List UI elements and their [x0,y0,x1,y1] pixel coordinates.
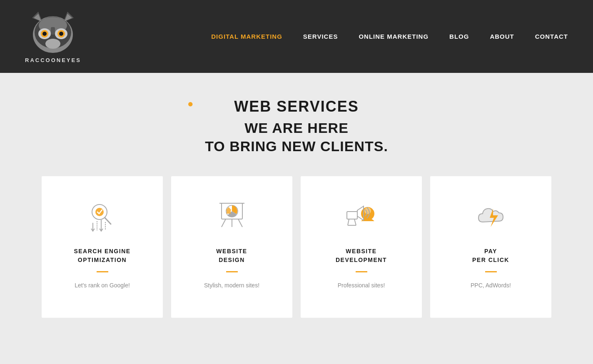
logo-text: RACCOONEYES [25,57,81,63]
svg-rect-15 [51,27,55,35]
svg-rect-33 [347,212,357,219]
card-development-title: WEBSITE DEVELOPMENT [336,247,387,264]
svg-point-11 [42,32,47,36]
nav-item-services[interactable]: SERVICES [303,33,338,40]
section-headline: WE ARE HERE TO BRING NEW CLIENTS. [42,119,551,155]
card-seo-title: SEARCH ENGINE OPTIMIZATION [74,247,130,264]
card-seo: SEARCH ENGINE OPTIMIZATION Let's rank on… [42,176,163,318]
seo-icon [84,197,121,234]
development-icon [343,197,380,234]
svg-point-18 [95,208,104,216]
section-label: WEB SERVICES [42,98,551,115]
card-development-divider [356,271,367,272]
card-seo-divider [97,271,108,272]
card-ppc-desc: PPC, AdWords! [471,281,511,290]
nav-item-digital-marketing[interactable]: DIGITAL MARKETING [211,33,282,40]
svg-line-28 [222,219,226,227]
svg-rect-26 [227,210,231,214]
orange-dot-icon: ● [187,98,194,110]
logo-icon [28,10,78,55]
svg-line-36 [354,219,356,225]
main-nav: DIGITAL MARKETING SERVICES ONLINE MARKET… [211,33,568,40]
site-header: RACCOONEYES DIGITAL MARKETING SERVICES O… [0,0,593,73]
nav-item-contact[interactable]: CONTACT [535,33,568,40]
nav-item-blog[interactable]: BLOG [449,33,469,40]
card-design-title: WEBSITE DESIGN [216,247,247,264]
svg-line-35 [348,219,349,225]
card-seo-desc: Let's rank on Google! [75,281,130,290]
section-header: ● WEB SERVICES WE ARE HERE TO BRING NEW … [42,98,551,155]
nav-item-online-marketing[interactable]: ONLINE MARKETING [359,33,429,40]
svg-line-29 [238,219,242,227]
card-design-divider [226,271,238,272]
logo-link[interactable]: RACCOONEYES [25,10,81,63]
svg-line-17 [105,218,111,224]
card-ppc-divider [485,271,497,272]
nav-item-about[interactable]: ABOUT [490,33,514,40]
card-design: WEBSITE DESIGN Stylish, modern sites! [171,176,292,318]
card-development-desc: Professional sites! [338,281,385,290]
card-development: WEBSITE DEVELOPMENT Professional sites! [301,176,422,318]
card-design-desc: Stylish, modern sites! [204,281,259,290]
svg-point-12 [59,32,63,36]
ppc-icon [472,197,510,234]
design-icon [213,197,251,234]
main-content: ● WEB SERVICES WE ARE HERE TO BRING NEW … [0,73,593,364]
services-grid: SEARCH ENGINE OPTIMIZATION Let's rank on… [42,176,551,318]
svg-point-14 [45,39,60,49]
card-ppc: PAY PER CLICK PPC, AdWords! [430,176,551,318]
card-ppc-title: PAY PER CLICK [472,247,509,264]
